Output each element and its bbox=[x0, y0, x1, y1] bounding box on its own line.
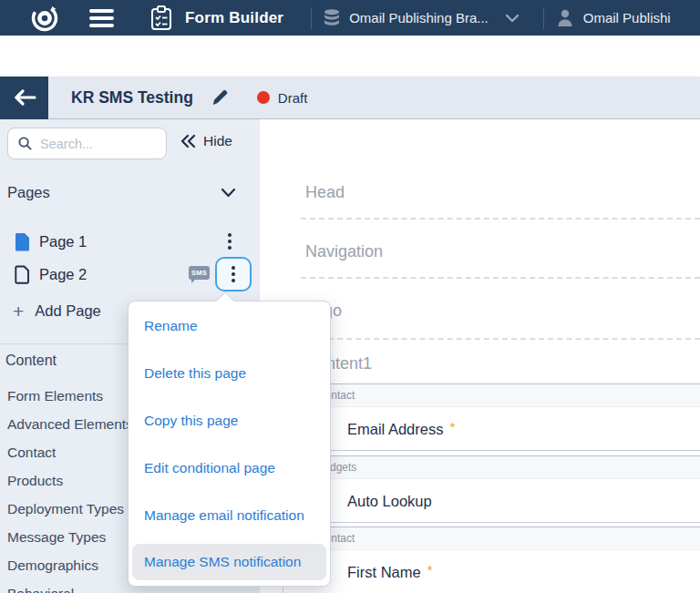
search-icon bbox=[18, 137, 32, 150]
field-label: First Name bbox=[347, 564, 421, 581]
add-page-label: Add Page bbox=[35, 302, 100, 320]
page-2-options-button-active[interactable] bbox=[215, 257, 252, 291]
search-input[interactable] bbox=[40, 137, 149, 151]
menu-item-rename[interactable]: Rename bbox=[129, 302, 330, 350]
pages-header-label: Pages bbox=[7, 184, 50, 201]
required-asterisk: * bbox=[449, 419, 455, 435]
status-label: Draft bbox=[278, 90, 308, 106]
form-field-email-address[interactable]: Contact Email Address * bbox=[283, 383, 700, 451]
back-button[interactable] bbox=[0, 77, 48, 119]
app-title: Form Builder bbox=[185, 9, 283, 27]
head-placeholder[interactable]: Head bbox=[305, 183, 345, 202]
draft-status-icon bbox=[257, 91, 270, 104]
content-section-header: Content bbox=[5, 353, 57, 369]
form-builder-app: Form Builder Omail Publishing Bra... Oma… bbox=[0, 0, 700, 593]
field-category-label: Widgets bbox=[283, 456, 700, 479]
database-icon bbox=[324, 9, 340, 27]
form-field-first-name[interactable]: Contact First Name * bbox=[283, 527, 700, 593]
menu-item-copy-this-page[interactable]: Copy this page bbox=[129, 397, 330, 445]
back-arrow-icon bbox=[13, 88, 36, 107]
brand-selector-label[interactable]: Omail Publishing Bra... bbox=[349, 10, 489, 26]
plus-icon: + bbox=[13, 302, 24, 321]
field-category-label: Contact bbox=[283, 527, 700, 550]
menu-item-delete-this-page[interactable]: Delete this page bbox=[129, 350, 330, 397]
section-divider-dashed bbox=[301, 277, 700, 279]
form-field-auto-lookup[interactable]: Widgets Auto Lookup bbox=[283, 455, 700, 523]
top-app-bar: Form Builder Omail Publishing Bra... Oma… bbox=[0, 0, 700, 36]
section-divider-dashed bbox=[301, 338, 700, 340]
navigation-placeholder[interactable]: Navigation bbox=[305, 242, 383, 261]
menu-item-manage-sms-notification[interactable]: Manage SMS notification bbox=[132, 544, 326, 580]
kebab-icon bbox=[224, 262, 242, 286]
field-label: Email Address bbox=[347, 421, 443, 438]
page-1-file-icon bbox=[15, 232, 30, 251]
page-2-label: Page 2 bbox=[39, 266, 87, 283]
pages-section-header[interactable]: Pages bbox=[7, 179, 252, 205]
search-box[interactable] bbox=[7, 128, 167, 159]
page-1-options-button[interactable] bbox=[221, 230, 239, 253]
section-divider-dashed bbox=[301, 218, 700, 220]
menu-item-edit-conditional-page[interactable]: Edit conditional page bbox=[129, 445, 330, 492]
page-options-menu: Rename Delete this page Copy this page E… bbox=[128, 301, 331, 587]
page-2-file-icon bbox=[15, 265, 30, 284]
form-builder-icon bbox=[150, 5, 172, 31]
required-asterisk: * bbox=[427, 562, 433, 578]
brand-chevron-down-icon[interactable] bbox=[505, 14, 520, 23]
form-title: KR SMS Testing bbox=[71, 88, 193, 107]
hide-label: Hide bbox=[203, 133, 232, 149]
sms-notification-badge: SMS bbox=[189, 266, 210, 280]
form-title-bar: KR SMS Testing Draft bbox=[0, 77, 700, 119]
field-category-label: Contact bbox=[283, 384, 700, 407]
main-menu-icon[interactable] bbox=[89, 9, 114, 27]
field-label: Auto Lookup bbox=[347, 493, 432, 510]
menu-item-manage-email-notification[interactable]: Manage email notification bbox=[129, 492, 330, 539]
topbar-divider-2 bbox=[543, 7, 544, 29]
page-1-label: Page 1 bbox=[39, 233, 87, 250]
omeda-logo-icon[interactable] bbox=[30, 4, 59, 33]
topbar-divider bbox=[311, 7, 312, 29]
edit-title-icon[interactable] bbox=[211, 88, 229, 107]
pages-chevron-down-icon bbox=[221, 188, 236, 198]
user-name-label[interactable]: Omail Publishi bbox=[583, 10, 671, 26]
double-chevron-left-icon bbox=[180, 134, 197, 148]
user-icon bbox=[557, 9, 573, 26]
hide-sidebar-button[interactable]: Hide bbox=[180, 133, 232, 149]
